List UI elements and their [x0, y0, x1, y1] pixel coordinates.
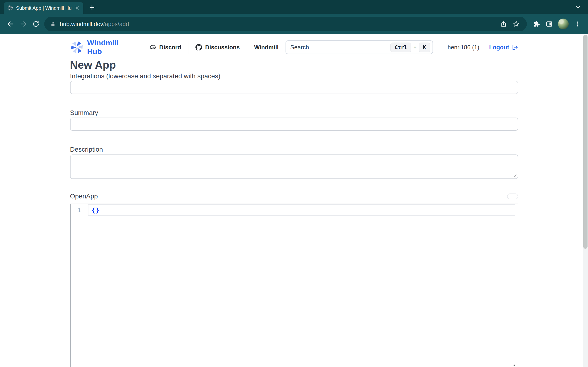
logout-icon	[512, 44, 518, 50]
openapp-toggle[interactable]	[507, 193, 518, 199]
integrations-input[interactable]	[70, 81, 518, 94]
nav-item-discussions[interactable]: Discussions	[188, 44, 247, 51]
kbd-ctrl: Ctrl	[390, 42, 411, 52]
nav-item-discord[interactable]: Discord	[143, 44, 188, 51]
nav-item-windmill[interactable]: Windmill	[247, 44, 286, 51]
nav-label: Discussions	[205, 44, 240, 51]
logout-link[interactable]: Logout	[489, 44, 518, 51]
windmill-favicon-icon	[7, 5, 13, 11]
reload-button[interactable]	[30, 18, 42, 30]
current-line-highlight[interactable]: {}	[88, 204, 515, 216]
description-label: Description	[70, 146, 518, 153]
browser-tab-strip: Submit App | Windmill Hub	[0, 0, 588, 14]
page-body: Windmill Hub Discord	[0, 34, 588, 367]
page-scrollbar[interactable]	[583, 34, 588, 367]
extensions-puzzle-icon[interactable]	[530, 18, 543, 30]
menu-dots-icon[interactable]	[571, 18, 584, 30]
browser-tab[interactable]: Submit App | Windmill Hub	[4, 2, 83, 14]
description-textarea[interactable]	[70, 154, 518, 179]
nav-label: Windmill	[254, 44, 278, 51]
summary-input[interactable]	[70, 117, 518, 131]
summary-label: Summary	[70, 109, 518, 117]
brand-title: Windmill Hub	[87, 39, 133, 56]
lock-icon[interactable]	[50, 21, 56, 27]
tab-search-chevron-icon[interactable]	[575, 4, 581, 10]
kbd-plus: +	[413, 44, 417, 50]
code-editor[interactable]: 1 {}	[70, 204, 518, 367]
search-box[interactable]: Ctrl + K	[286, 41, 433, 54]
page-title: New App	[70, 58, 518, 71]
scrollbar-thumb[interactable]	[583, 35, 588, 249]
search-input[interactable]	[290, 44, 390, 51]
browser-toolbar: hub.windmill.dev/apps/add	[0, 14, 588, 34]
code-content: {}	[92, 207, 100, 214]
nav-label: Discord	[159, 44, 181, 51]
username-label: henri186 (1)	[448, 44, 479, 51]
url-path: /apps/add	[103, 21, 129, 27]
tab-close-icon[interactable]	[74, 5, 80, 11]
forward-button[interactable]	[17, 18, 30, 30]
site-header: Windmill Hub Discord	[70, 40, 518, 54]
windmill-logo-icon	[70, 41, 84, 54]
editor-resize-grip[interactable]	[512, 363, 516, 367]
share-icon[interactable]	[497, 18, 510, 30]
brand-link[interactable]: Windmill Hub	[70, 39, 133, 56]
integrations-label: Integrations (lowercase and separated wi…	[70, 72, 518, 80]
url-bar[interactable]: hub.windmill.dev/apps/add	[44, 17, 527, 31]
discord-icon	[150, 44, 156, 50]
kbd-k: K	[419, 42, 430, 52]
textarea-resize-grip[interactable]	[513, 174, 517, 178]
openapp-label: OpenApp	[70, 192, 98, 200]
back-button[interactable]	[4, 18, 17, 30]
editor-line-1[interactable]: 1 {}	[71, 204, 518, 216]
bookmark-star-icon[interactable]	[510, 18, 523, 30]
new-tab-button[interactable]	[89, 4, 95, 11]
profile-avatar[interactable]	[558, 19, 569, 29]
main-nav: Discord Discussions Windmill	[143, 41, 286, 54]
tab-title: Submit App | Windmill Hub	[16, 5, 72, 11]
line-number: 1	[71, 204, 88, 216]
url-host: hub.windmill.dev	[60, 21, 103, 27]
logout-label: Logout	[489, 44, 509, 51]
github-icon	[195, 44, 202, 50]
side-panel-icon[interactable]	[543, 18, 555, 30]
